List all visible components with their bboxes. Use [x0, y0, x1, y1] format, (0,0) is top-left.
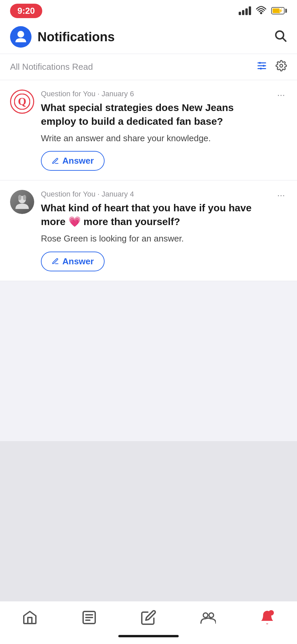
page-title: Notifications — [38, 30, 115, 44]
svg-point-0 — [260, 12, 262, 14]
notification-card: Question for You · January 4 What kind o… — [0, 180, 297, 281]
notifications-list: Q Question for You · January 6 What spec… — [0, 80, 297, 441]
notification-meta: Question for You · January 4 — [41, 190, 269, 199]
answer-icon — [52, 157, 59, 165]
bell-icon — [259, 609, 275, 626]
empty-area — [0, 441, 297, 601]
answer-label: Answer — [62, 256, 94, 267]
home-indicator — [118, 635, 179, 637]
filter-icons — [256, 60, 287, 74]
filter-sliders-button[interactable] — [256, 60, 268, 74]
svg-point-10 — [280, 64, 283, 67]
svg-line-3 — [283, 38, 286, 41]
svg-point-7 — [259, 62, 261, 64]
answer-button[interactable]: Answer — [41, 151, 105, 171]
spaces-icon — [200, 609, 216, 626]
wifi-icon — [256, 5, 266, 17]
quora-logo-icon: Q — [14, 94, 30, 110]
app-logo-icon — [13, 30, 28, 44]
app-logo-avatar — [10, 26, 32, 48]
status-time: 9:20 — [10, 4, 42, 18]
feed-icon — [81, 609, 97, 626]
nav-feed[interactable] — [74, 609, 104, 626]
bottom-nav — [0, 601, 297, 631]
status-icons: ⚡ — [239, 5, 287, 17]
user-avatar-icon — [14, 194, 31, 210]
notification-description: Write an answer and share your knowledge… — [41, 132, 269, 144]
svg-point-14 — [18, 195, 21, 200]
answer-icon — [52, 258, 59, 265]
all-read-label: All Notifications Read — [10, 62, 93, 72]
notification-meta: Question for You · January 6 — [41, 90, 269, 98]
filter-bar: All Notifications Read — [0, 54, 297, 80]
user-avatar — [10, 190, 34, 214]
svg-point-22 — [269, 610, 274, 615]
svg-point-20 — [203, 613, 208, 618]
notification-question: What kind of heart that you have if you … — [41, 201, 269, 228]
notification-top-row: Question for You · January 4 What kind o… — [10, 190, 287, 271]
nav-write[interactable] — [134, 609, 163, 626]
svg-point-21 — [209, 613, 214, 618]
svg-point-15 — [23, 195, 26, 200]
header-left: Notifications — [10, 26, 115, 48]
nav-home[interactable] — [15, 609, 45, 626]
notification-icon-quora: Q — [10, 90, 34, 114]
notification-content: Question for You · January 4 What kind o… — [41, 190, 269, 271]
write-icon — [140, 609, 157, 626]
notification-top-row: Q Question for You · January 6 What spec… — [10, 90, 287, 171]
notification-icon-user — [10, 190, 34, 214]
answer-label: Answer — [62, 156, 94, 166]
svg-text:Q: Q — [18, 95, 26, 107]
notification-menu-button[interactable]: ··· — [275, 90, 287, 100]
settings-button[interactable] — [276, 60, 287, 74]
notification-description: Rose Green is looking for an answer. — [41, 232, 269, 245]
search-button[interactable] — [274, 29, 287, 45]
nav-notifications[interactable] — [252, 609, 282, 626]
svg-point-8 — [263, 65, 265, 67]
svg-point-9 — [260, 68, 262, 70]
notification-content: Question for You · January 6 What specia… — [41, 90, 269, 171]
nav-spaces[interactable] — [193, 609, 223, 626]
notification-card: Q Question for You · January 6 What spec… — [0, 80, 297, 180]
home-indicator-bar — [0, 631, 297, 644]
status-bar: 9:20 ⚡ — [0, 0, 297, 20]
notification-menu-button[interactable]: ··· — [275, 190, 287, 201]
battery-icon: ⚡ — [271, 7, 287, 14]
home-icon — [22, 609, 38, 626]
svg-point-1 — [17, 31, 24, 38]
signal-bars-icon — [239, 6, 251, 15]
answer-button[interactable]: Answer — [41, 252, 105, 271]
header: Notifications — [0, 20, 297, 54]
notification-question: What special strategies does New Jeans e… — [41, 101, 269, 128]
